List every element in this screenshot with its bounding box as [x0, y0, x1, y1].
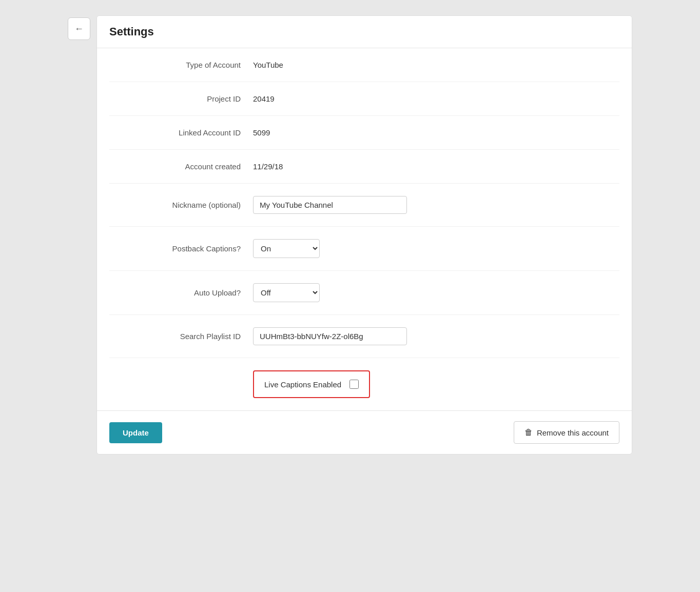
type-of-account-row: Type of Account YouTube — [109, 48, 619, 82]
panel-header: Settings — [97, 16, 632, 48]
auto-upload-row: Auto Upload? On Off — [109, 271, 619, 315]
project-id-label: Project ID — [109, 94, 253, 103]
search-playlist-id-row: Search Playlist ID — [109, 315, 619, 358]
search-playlist-id-label: Search Playlist ID — [109, 332, 253, 341]
search-playlist-id-input[interactable] — [253, 327, 407, 345]
live-captions-box: Live Captions Enabled — [253, 370, 370, 398]
auto-upload-label: Auto Upload? — [109, 288, 253, 297]
live-captions-checkbox[interactable] — [349, 380, 359, 389]
back-button[interactable]: ← — [68, 17, 90, 40]
live-captions-row: Live Captions Enabled — [109, 358, 619, 410]
auto-upload-select[interactable]: On Off — [253, 283, 320, 302]
type-of-account-value: YouTube — [253, 61, 283, 69]
linked-account-id-row: Linked Account ID 5099 — [109, 116, 619, 150]
account-created-row: Account created 11/29/18 — [109, 150, 619, 184]
account-created-label: Account created — [109, 162, 253, 171]
remove-account-button[interactable]: 🗑 Remove this account — [514, 421, 619, 444]
linked-account-id-value: 5099 — [253, 128, 270, 137]
nickname-row: Nickname (optional) — [109, 184, 619, 227]
page-title: Settings — [109, 25, 619, 38]
postback-captions-label: Postback Captions? — [109, 244, 253, 253]
panel-footer: Update 🗑 Remove this account — [97, 410, 632, 454]
type-of-account-label: Type of Account — [109, 61, 253, 69]
nickname-input[interactable] — [253, 196, 407, 214]
update-button[interactable]: Update — [109, 422, 162, 443]
live-captions-label: Live Captions Enabled — [264, 380, 341, 389]
nickname-label: Nickname (optional) — [109, 201, 253, 209]
panel-body: Type of Account YouTube Project ID 20419… — [97, 48, 632, 410]
postback-captions-select[interactable]: On Off — [253, 239, 320, 258]
settings-panel: Settings Type of Account YouTube Project… — [96, 15, 632, 455]
project-id-row: Project ID 20419 — [109, 82, 619, 116]
account-created-value: 11/29/18 — [253, 162, 283, 171]
trash-icon: 🗑 — [524, 428, 533, 437]
project-id-value: 20419 — [253, 94, 275, 103]
remove-account-label: Remove this account — [537, 428, 609, 437]
postback-captions-row: Postback Captions? On Off — [109, 227, 619, 271]
linked-account-id-label: Linked Account ID — [109, 128, 253, 137]
live-captions-checkbox-wrapper — [349, 380, 359, 389]
